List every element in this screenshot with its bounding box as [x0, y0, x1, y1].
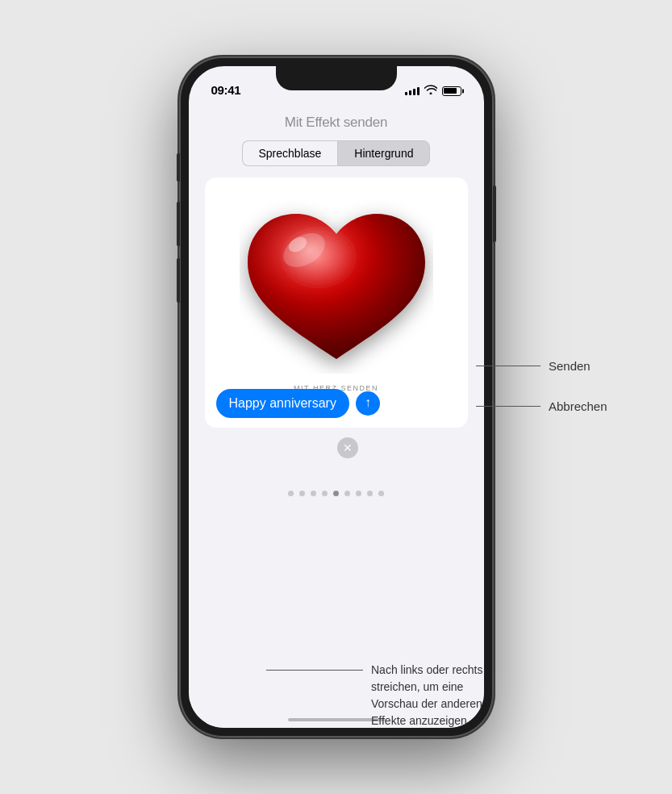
dot-3 — [311, 491, 316, 496]
wifi-icon — [424, 85, 437, 97]
tab-sprechblase[interactable]: Sprechblase — [242, 140, 338, 166]
notch — [276, 66, 397, 90]
send-button[interactable]: ↑ — [356, 391, 380, 416]
home-indicator — [288, 718, 385, 721]
dot-1 — [288, 491, 294, 496]
battery-icon — [442, 86, 461, 96]
abbrechen-callout: Abbrechen — [476, 399, 607, 413]
close-icon: ✕ — [343, 442, 353, 453]
senden-label: Senden — [541, 359, 591, 373]
dot-7 — [356, 491, 361, 496]
preview-area: MIT HERZ SENDEN Happy anniversary ↑ — [205, 178, 468, 428]
power-button — [493, 186, 496, 242]
page-indicator — [189, 491, 484, 496]
dot-5-active — [333, 491, 339, 496]
signal-icon — [405, 87, 419, 95]
dot-6 — [344, 491, 350, 496]
status-time: 09:41 — [211, 83, 241, 97]
screen: 09:41 — [189, 66, 484, 728]
scene: 09:41 — [0, 0, 672, 794]
dot-4 — [322, 491, 328, 496]
dot-9 — [378, 491, 384, 496]
heart-animation — [205, 178, 468, 395]
tab-hintergrund[interactable]: Hintergrund — [337, 140, 430, 166]
dot-8 — [367, 491, 373, 496]
content-area: Mit Effekt senden Sprechblase Hintergrun… — [189, 102, 484, 728]
tabs-container: Sprechblase Hintergrund — [189, 140, 484, 166]
abbrechen-label: Abbrechen — [541, 399, 607, 413]
message-bubble: Happy anniversary — [216, 389, 349, 418]
iphone-frame: 09:41 — [179, 56, 494, 738]
dot-2 — [299, 491, 305, 496]
page-title: Mit Effekt senden — [189, 115, 484, 131]
bubble-row: Happy anniversary ↑ — [216, 389, 457, 418]
cancel-button[interactable]: ✕ — [337, 437, 358, 458]
volume-up-button — [177, 202, 180, 246]
send-arrow-icon: ↑ — [365, 396, 371, 409]
volume-down-button — [177, 258, 180, 303]
heart-svg — [240, 198, 433, 375]
status-icons — [405, 85, 461, 97]
silent-switch — [177, 153, 180, 182]
